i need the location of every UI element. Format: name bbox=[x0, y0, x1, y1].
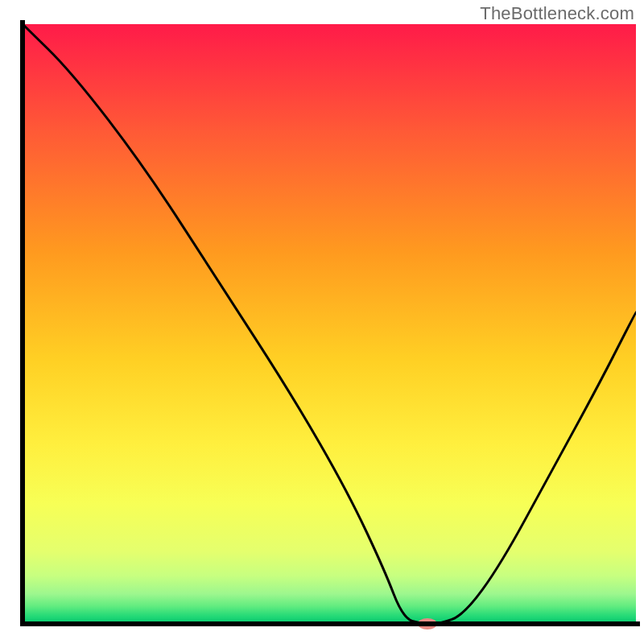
chart-frame: TheBottleneck.com bbox=[0, 0, 644, 644]
chart-svg bbox=[0, 0, 644, 644]
attribution-text: TheBottleneck.com bbox=[480, 3, 634, 24]
gradient-background bbox=[23, 24, 636, 624]
